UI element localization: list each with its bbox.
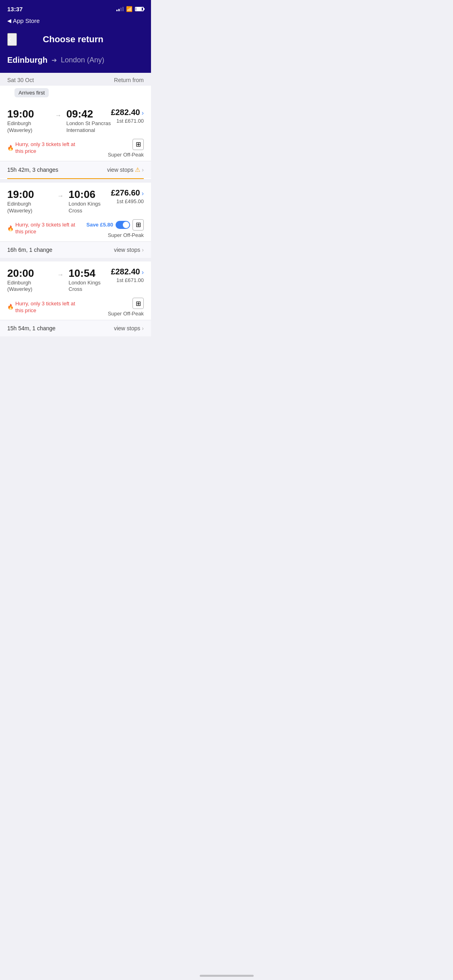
stops-chevron-icon: › bbox=[142, 325, 144, 331]
price-chevron-icon: › bbox=[142, 109, 144, 117]
stops-chevron-icon: › bbox=[142, 247, 144, 253]
view-stops-button[interactable]: view stops ⚠ › bbox=[107, 166, 144, 173]
route-row: Edinburgh ➔ London (Any) bbox=[0, 52, 151, 73]
appstore-bar[interactable]: ◀ App Store bbox=[0, 16, 151, 28]
appstore-back-icon: ◀ bbox=[7, 18, 11, 24]
travel-date: Sat 30 Oct bbox=[7, 77, 34, 83]
hurry-text: 🔥 Hurry, only 3 tickets left at this pri… bbox=[7, 141, 82, 155]
back-button[interactable]: ‹ bbox=[7, 33, 17, 46]
route-from: Edinburgh bbox=[7, 56, 48, 65]
price-main: £276.60 bbox=[111, 188, 140, 198]
price-sub: 1st £495.00 bbox=[111, 198, 144, 204]
view-stops-label: view stops bbox=[107, 167, 133, 173]
ticket-type: Super Off-Peak bbox=[108, 152, 144, 158]
arrive-station: London Kings Cross bbox=[68, 201, 111, 214]
arrive-block: 09:42 London St Pancras International bbox=[66, 108, 111, 134]
depart-block: 19:00 Edinburgh (Waverley) bbox=[7, 108, 50, 134]
depart-time: 19:00 bbox=[7, 108, 50, 120]
arrive-station: London St Pancras International bbox=[66, 120, 111, 134]
arrive-time: 09:42 bbox=[66, 108, 111, 120]
result-main-row: 19:00 Edinburgh (Waverley) → 10:06 Londo… bbox=[0, 183, 151, 218]
yellow-accent-bar bbox=[7, 178, 144, 179]
price-sub: 1st £671.00 bbox=[111, 118, 144, 124]
appstore-label: App Store bbox=[13, 17, 40, 24]
price-section[interactable]: £282.40 › 1st £671.00 bbox=[111, 108, 144, 124]
stops-bar: 16h 6m, 1 change view stops › bbox=[0, 241, 151, 258]
times-section: 19:00 Edinburgh (Waverley) → 10:06 Londo… bbox=[7, 188, 111, 214]
view-stops-button[interactable]: view stops › bbox=[114, 247, 144, 253]
price-section[interactable]: £282.40 › 1st £671.00 bbox=[111, 267, 144, 283]
arrive-block: 10:54 London Kings Cross bbox=[68, 267, 111, 293]
status-time: 13:37 bbox=[7, 6, 23, 12]
card-divider bbox=[0, 258, 151, 261]
depart-station: Edinburgh (Waverley) bbox=[7, 280, 52, 293]
journey-duration: 16h 6m, 1 change bbox=[7, 247, 52, 253]
view-stops-button[interactable]: view stops › bbox=[114, 325, 144, 331]
price-col: £276.60 › 1st £495.00 bbox=[111, 188, 144, 204]
view-stops-label: view stops bbox=[114, 247, 140, 253]
date-bar: Sat 30 Oct Return from bbox=[0, 73, 151, 86]
arrive-time: 10:54 bbox=[68, 267, 111, 280]
route-arrow-icon: ➔ bbox=[52, 56, 57, 64]
price-main: £282.40 bbox=[111, 267, 140, 276]
hurry-row: 🔥 Hurry, only 3 tickets left at this pri… bbox=[0, 296, 151, 320]
status-icons: 📶 bbox=[116, 6, 144, 12]
stops-bar: 15h 42m, 3 changes view stops ⚠ › bbox=[0, 161, 151, 178]
card-divider bbox=[0, 179, 151, 183]
price-col: £282.40 › 1st £671.00 bbox=[111, 108, 144, 124]
price-col: £282.40 › 1st £671.00 bbox=[111, 267, 144, 283]
journey-duration: 15h 42m, 3 changes bbox=[7, 167, 58, 173]
depart-station: Edinburgh (Waverley) bbox=[7, 120, 50, 134]
depart-block: 19:00 Edinburgh (Waverley) bbox=[7, 188, 52, 214]
wifi-icon: 📶 bbox=[126, 6, 132, 12]
qr-icon: ⊞ bbox=[132, 298, 144, 309]
hurry-row: 🔥 Hurry, only 3 tickets left at this pri… bbox=[0, 137, 151, 161]
signal-icon bbox=[116, 7, 124, 11]
hurry-row: 🔥 Hurry, only 3 tickets left at this pri… bbox=[0, 218, 151, 241]
result-main-row: 20:00 Edinburgh (Waverley) → 10:54 Londo… bbox=[0, 261, 151, 296]
battery-icon bbox=[135, 7, 144, 11]
journey-arrow-icon: → bbox=[55, 110, 62, 119]
hurry-text: 🔥 Hurry, only 3 tickets left at this pri… bbox=[7, 301, 82, 314]
stops-bar: 15h 54m, 1 change view stops › bbox=[0, 320, 151, 336]
qr-icon: ⊞ bbox=[132, 139, 144, 150]
price-sub: 1st £671.00 bbox=[111, 277, 144, 283]
result-card: 19:00 Edinburgh (Waverley) → 09:42 Londo… bbox=[0, 102, 151, 179]
hurry-right: Save £5.80 ⊞ Super Off-Peak bbox=[86, 219, 144, 238]
view-stops-label: view stops bbox=[114, 325, 140, 331]
warning-icon: ⚠ bbox=[135, 166, 140, 173]
hurry-right: ⊞ Super Off-Peak bbox=[108, 139, 144, 158]
qr-icon: ⊞ bbox=[132, 219, 144, 231]
fire-icon: 🔥 bbox=[7, 145, 14, 152]
arrive-block: 10:06 London Kings Cross bbox=[68, 188, 111, 214]
result-card: 19:00 Edinburgh (Waverley) → 10:06 Londo… bbox=[0, 183, 151, 258]
journey-duration: 15h 54m, 1 change bbox=[7, 325, 56, 331]
fire-icon: 🔥 bbox=[7, 304, 14, 311]
hurry-right: ⊞ Super Off-Peak bbox=[108, 298, 144, 317]
journey-arrow-icon: → bbox=[57, 191, 64, 200]
journey-arrow-icon: → bbox=[57, 270, 64, 278]
price-main: £282.40 bbox=[111, 108, 140, 117]
depart-time: 20:00 bbox=[7, 267, 52, 280]
arrives-first-badge: Arrives first bbox=[14, 88, 49, 97]
price-chevron-icon: › bbox=[142, 190, 144, 197]
price-section[interactable]: £276.60 › 1st £495.00 bbox=[111, 188, 144, 204]
arrive-time: 10:06 bbox=[68, 188, 111, 201]
return-label: Return from bbox=[114, 77, 144, 83]
route-to: London (Any) bbox=[61, 56, 104, 64]
times-section: 20:00 Edinburgh (Waverley) → 10:54 Londo… bbox=[7, 267, 111, 293]
status-bar: 13:37 📶 bbox=[0, 0, 151, 16]
ticket-type: Super Off-Peak bbox=[108, 232, 144, 238]
toggle-icon[interactable] bbox=[116, 221, 130, 229]
depart-station: Edinburgh (Waverley) bbox=[7, 201, 52, 214]
save-label: Save £5.80 bbox=[86, 222, 113, 228]
toggle-circle bbox=[123, 222, 129, 228]
arrive-station: London Kings Cross bbox=[68, 280, 111, 293]
ticket-type: Super Off-Peak bbox=[108, 311, 144, 317]
hurry-text: 🔥 Hurry, only 3 tickets left at this pri… bbox=[7, 222, 82, 235]
price-chevron-icon: › bbox=[142, 269, 144, 276]
page-title: Choose return bbox=[17, 34, 129, 45]
depart-block: 20:00 Edinburgh (Waverley) bbox=[7, 267, 52, 293]
depart-time: 19:00 bbox=[7, 188, 52, 201]
result-card: 20:00 Edinburgh (Waverley) → 10:54 Londo… bbox=[0, 261, 151, 337]
